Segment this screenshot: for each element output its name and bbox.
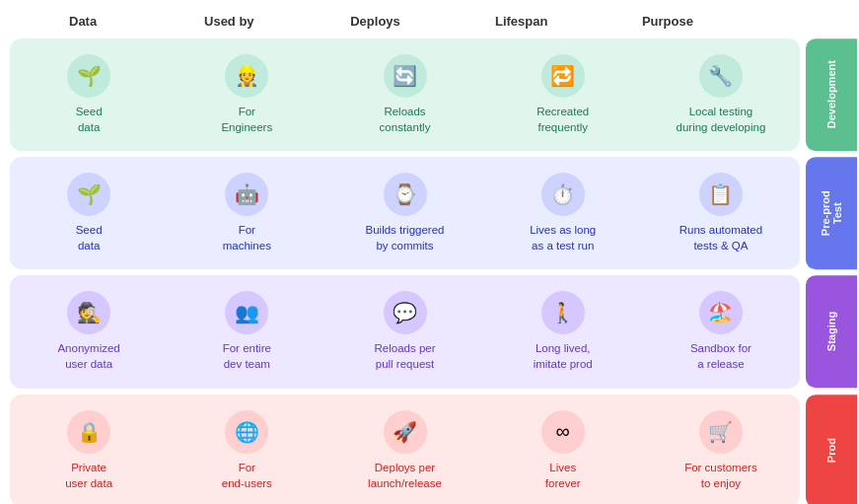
- icon-prod-1: 🌐: [225, 410, 268, 454]
- env-block-test: 🌱Seed data🤖For machines⌚Builds triggered…: [10, 157, 800, 269]
- cell-dev-1: 👷For Engineers: [168, 48, 325, 141]
- cell-label-staging-0: Anonymized user data: [57, 340, 119, 372]
- cell-dev-3: 🔁Recreated frequently: [484, 48, 642, 141]
- cell-staging-0: 🕵️Anonymized user data: [10, 285, 168, 378]
- cell-label-prod-3: Lives forever: [545, 460, 581, 491]
- icon-prod-4: 🛒: [699, 410, 743, 454]
- cell-dev-2: 🔄Reloads constantly: [325, 48, 483, 141]
- cell-label-dev-1: For Engineers: [221, 104, 272, 135]
- env-block-dev: 🌱Seed data👷For Engineers🔄Reloads constan…: [10, 38, 800, 151]
- cell-dev-4: 🔧Local testing during developing: [642, 48, 800, 141]
- cell-label-prod-2: Deploys per launch/release: [368, 460, 442, 491]
- cell-label-staging-4: Sandbox for a release: [690, 340, 752, 372]
- env-block-prod: 🔒Private user data🌐For end-users🚀Deploys…: [10, 395, 800, 504]
- cell-prod-0: 🔒Private user data: [10, 404, 168, 497]
- icon-prod-2: 🚀: [384, 410, 427, 454]
- icon-test-2: ⌚: [384, 173, 427, 216]
- icon-test-4: 📋: [699, 173, 743, 216]
- cell-label-prod-4: For customers to enjoy: [684, 460, 757, 491]
- cell-dev-0: 🌱Seed data: [10, 48, 168, 141]
- cell-staging-1: 👥For entire dev team: [168, 285, 325, 378]
- icon-dev-0: 🌱: [67, 54, 110, 98]
- cell-label-dev-4: Local testing during developing: [677, 104, 766, 135]
- cell-prod-4: 🛒For customers to enjoy: [642, 404, 800, 497]
- rows-outer: 🌱Seed data👷For Engineers🔄Reloads constan…: [10, 38, 800, 504]
- icon-staging-0: 🕵️: [67, 291, 110, 334]
- main-container: DataUsed byDeploysLifespanPurpose 🌱Seed …: [0, 0, 859, 504]
- icon-dev-1: 👷: [225, 54, 268, 98]
- cell-label-dev-3: Recreated frequently: [537, 104, 589, 135]
- cell-test-4: 📋Runs automated tests & QA: [642, 167, 800, 259]
- icon-staging-3: 🚶: [541, 291, 585, 334]
- cell-label-staging-1: For entire dev team: [223, 340, 271, 372]
- icon-staging-1: 👥: [225, 291, 268, 334]
- cell-test-1: 🤖For machines: [168, 167, 325, 259]
- header-purpose: Purpose: [595, 10, 741, 33]
- icon-staging-4: 🏖️: [699, 291, 743, 334]
- cell-label-staging-3: Long lived, imitate prod: [534, 340, 593, 372]
- icon-staging-2: 💬: [384, 291, 427, 334]
- cell-test-0: 🌱Seed data: [10, 167, 168, 259]
- env-block-staging: 🕵️Anonymized user data👥For entire dev te…: [10, 275, 800, 388]
- icon-dev-3: 🔁: [541, 54, 585, 98]
- icon-test-3: ⏱️: [541, 173, 585, 216]
- env-tag-dev: Development: [806, 38, 857, 151]
- icon-dev-4: 🔧: [699, 54, 743, 98]
- cell-label-prod-1: For end-users: [222, 460, 272, 491]
- cell-prod-1: 🌐For end-users: [168, 404, 325, 497]
- cell-label-test-2: Builds triggered by commits: [366, 222, 445, 253]
- cell-prod-2: 🚀Deploys per launch/release: [325, 404, 483, 497]
- cell-label-test-0: Seed data: [76, 222, 103, 253]
- cell-test-3: ⏱️Lives as long as a test run: [484, 167, 642, 259]
- env-tag-test: Pre-prod Test: [806, 157, 857, 269]
- cell-label-dev-2: Reloads constantly: [380, 104, 431, 135]
- icon-test-1: 🤖: [225, 173, 268, 216]
- header-lifespan: Lifespan: [449, 10, 595, 33]
- header-row: DataUsed byDeploysLifespanPurpose: [10, 10, 859, 33]
- cell-label-staging-2: Reloads per pull request: [375, 340, 436, 372]
- env-tag-prod: Prod: [806, 395, 857, 504]
- cell-test-2: ⌚Builds triggered by commits: [325, 167, 483, 259]
- cell-staging-4: 🏖️Sandbox for a release: [642, 285, 800, 378]
- cell-staging-3: 🚶Long lived, imitate prod: [484, 285, 642, 378]
- cell-label-test-1: For machines: [223, 222, 271, 253]
- icon-test-0: 🌱: [67, 173, 110, 216]
- cell-staging-2: 💬Reloads per pull request: [325, 285, 483, 378]
- icon-prod-3: ∞: [541, 410, 585, 454]
- cell-label-dev-0: Seed data: [76, 104, 103, 135]
- env-tag-staging: Staging: [806, 275, 857, 388]
- cell-prod-3: ∞Lives forever: [484, 404, 642, 497]
- header-used-by: Used by: [156, 10, 302, 33]
- icon-prod-0: 🔒: [67, 410, 110, 454]
- cell-label-prod-0: Private user data: [65, 460, 112, 491]
- icon-dev-2: 🔄: [384, 54, 427, 98]
- cell-label-test-3: Lives as long as a test run: [530, 222, 596, 253]
- cell-label-test-4: Runs automated tests & QA: [680, 222, 762, 253]
- header-deploys: Deploys: [302, 10, 448, 33]
- header-data: Data: [10, 10, 156, 33]
